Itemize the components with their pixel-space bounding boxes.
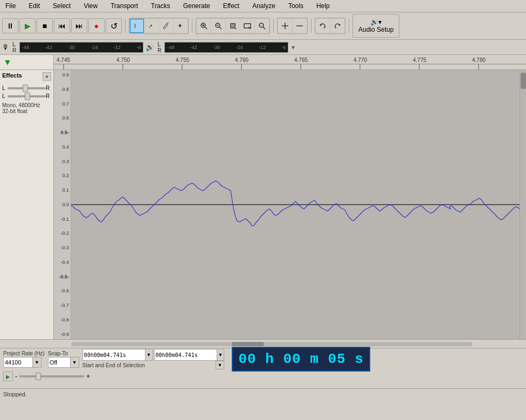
project-rate-dropdown[interactable]: ▼ (33, 357, 41, 368)
zoom-fit-selection-button[interactable] (226, 19, 240, 33)
svg-text:~: ~ (260, 24, 262, 27)
selection-start-dropdown[interactable]: ▼ (145, 349, 153, 360)
v-scroll-thumb[interactable] (521, 73, 526, 89)
effects-label: Effects (2, 72, 22, 79)
svg-text:✦: ✦ (177, 22, 183, 30)
h-scroll-thumb[interactable] (232, 342, 264, 346)
pause-button[interactable]: ⏸ (2, 18, 18, 33)
record-button[interactable]: ● (88, 18, 105, 33)
status-text: Stopped. (3, 391, 27, 397)
selection-end-dropdown[interactable]: ▼ (217, 349, 224, 360)
track-bit-depth: 32-bit float (2, 108, 51, 114)
waveform-area[interactable] (71, 70, 520, 339)
undo-button[interactable] (316, 19, 330, 33)
effects-row: Effects + (2, 72, 51, 81)
project-rate-label: Project Rate (Hz) (3, 351, 45, 356)
svg-text:4.755: 4.755 (176, 57, 189, 63)
output-lr-label: LR (157, 41, 161, 53)
pan-slider-track[interactable] (8, 95, 46, 97)
input-meter[interactable]: -48-42-30-24-12-6 (19, 42, 143, 53)
loop-button[interactable]: ↺ (106, 18, 122, 33)
edit-tools-2 (277, 18, 308, 34)
snap-to-input[interactable] (48, 357, 71, 368)
audio-setup-button[interactable]: 🔊▾ Audio Setup (352, 14, 399, 38)
timeline-ruler: ▼ 4.745 4.750 4.755 4.760 4.765 4.770 4.… (0, 55, 526, 70)
select-tool[interactable]: I (130, 19, 144, 33)
menu-tools[interactable]: Tools (285, 1, 307, 11)
zoom-tools: ~ (196, 18, 270, 34)
silence-button[interactable] (293, 19, 307, 33)
stop-button[interactable]: ■ (37, 18, 53, 33)
multi-tool[interactable]: ✦ (174, 19, 188, 33)
menu-effect[interactable]: Effect (220, 1, 243, 11)
redo-button[interactable] (330, 19, 344, 33)
track-panel: Effects + L R L R Mono, 48000Hz 32-bit f… (0, 70, 54, 339)
menu-edit[interactable]: Edit (25, 1, 43, 11)
project-rate-input[interactable] (3, 357, 33, 368)
volume-slider-thumb[interactable] (36, 373, 41, 380)
trim-button[interactable] (278, 19, 292, 33)
svg-text:4.775: 4.775 (413, 57, 426, 63)
selection-start-input[interactable] (83, 349, 145, 360)
bottom-controls: Project Rate (Hz) ▼ Snap-To ▼ ▼ (0, 348, 526, 370)
pan-l-label: L (2, 93, 8, 99)
ruler-arrow: ▼ (3, 58, 12, 67)
menu-file[interactable]: File (2, 1, 19, 11)
svg-text:4.780: 4.780 (472, 57, 486, 63)
svg-text:I: I (134, 23, 136, 29)
snap-to-label: Snap-To (48, 351, 68, 356)
menu-help[interactable]: Help (313, 1, 333, 11)
menu-bar: File Edit Select View Transport Tracks G… (0, 0, 526, 12)
selection-mode-dropdown[interactable]: ▼ (216, 361, 225, 369)
selection-end-input[interactable] (155, 349, 217, 360)
gain-slider-track-1[interactable] (8, 87, 46, 89)
svg-text:4.745: 4.745 (57, 57, 70, 63)
svg-rect-14 (244, 24, 251, 28)
menu-view[interactable]: View (80, 1, 101, 11)
mini-play-button[interactable]: ▶ (3, 372, 13, 381)
menu-transport[interactable]: Transport (107, 1, 141, 11)
bottom-bar: Project Rate (Hz) ▼ Snap-To ▼ ▼ (0, 348, 526, 388)
svg-point-12 (232, 25, 234, 27)
volume-slider[interactable] (19, 375, 84, 377)
pan-slider-thumb[interactable] (25, 93, 30, 100)
play-button[interactable]: ▶ (19, 18, 36, 33)
svg-text:4.765: 4.765 (294, 57, 308, 63)
menu-analyze[interactable]: Analyze (249, 1, 279, 11)
svg-line-5 (205, 27, 207, 29)
svg-line-13 (234, 27, 236, 29)
waveform-svg (71, 70, 520, 339)
svg-line-2 (167, 23, 169, 24)
audio-setup-icon: 🔊▾ (370, 18, 382, 26)
audio-setup-label: Audio Setup (358, 26, 393, 33)
h-scroll-track (71, 342, 472, 346)
skip-forward-button[interactable]: ⏭ (71, 18, 87, 33)
svg-marker-22 (320, 24, 321, 26)
svg-text:4.750: 4.750 (116, 57, 130, 63)
selection-mode-group: ▼ ▼ Start and End of Selection ▼ (82, 349, 225, 369)
output-meter[interactable]: -48-42-30-24-12-6 (164, 42, 288, 53)
vertical-scrollbar[interactable] (520, 70, 526, 339)
svg-marker-23 (339, 24, 341, 26)
zoom-fit-all-button[interactable] (240, 19, 254, 33)
minus-icon: - (15, 373, 17, 380)
envelope-tool[interactable]: ↗ (144, 19, 158, 33)
skip-back-button[interactable]: ⏮ (54, 18, 70, 33)
draw-tool[interactable] (159, 19, 173, 33)
meter-toolbar: 🎙 LR -48-42-30-24-12-6 🔊 LR -48-42-30-24… (0, 40, 526, 55)
menu-tracks[interactable]: Tracks (148, 1, 174, 11)
svg-text:4.770: 4.770 (354, 57, 367, 63)
snap-to-dropdown[interactable]: ▼ (71, 357, 79, 368)
zoom-toggle-button[interactable]: ~ (255, 19, 269, 33)
speaker-icon: 🔊 (146, 43, 154, 51)
track-info: Mono, 48000Hz 32-bit float (2, 102, 51, 114)
zoom-in-button[interactable] (197, 19, 211, 33)
add-effect-button[interactable]: + (43, 72, 51, 81)
meter-options-icon[interactable]: ▾ (292, 44, 295, 51)
menu-select[interactable]: Select (50, 1, 74, 11)
gain-slider-thumb-1[interactable] (23, 85, 28, 92)
zoom-out-button[interactable] (211, 19, 225, 33)
menu-generate[interactable]: Generate (180, 1, 213, 11)
selection-mode-display: Start and End of Selection (82, 362, 214, 368)
main-toolbar: ⏸ ▶ ■ ⏮ ⏭ ● ↺ I ↗ ✦ (0, 12, 526, 40)
